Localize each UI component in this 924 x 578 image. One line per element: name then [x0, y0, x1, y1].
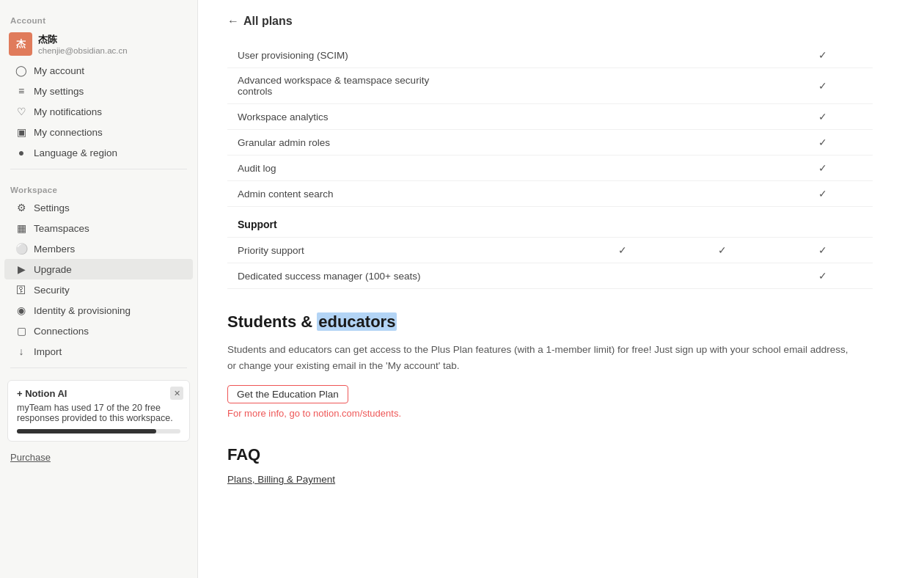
table-row: User provisioning (SCIM) ✓: [227, 43, 873, 68]
sidebar-item-security[interactable]: ⚿ Security: [4, 279, 193, 300]
support-section-header: Support: [227, 207, 873, 238]
bell-icon: ♡: [15, 105, 28, 118]
sidebar-item-identity-provisioning[interactable]: ◉ Identity & provisioning: [4, 300, 193, 321]
students-desc: Students and educators can get access to…: [227, 342, 858, 373]
sidebar-item-import[interactable]: ↓ Import: [4, 341, 193, 362]
enterprise-check: ✓: [773, 43, 873, 68]
sidebar-item-language-region[interactable]: ● Language & region: [4, 142, 193, 163]
notion-ai-box: ✕ + Notion AI myTeam has used 17 of the …: [7, 380, 190, 442]
enterprise-check: ✓: [773, 156, 873, 181]
sidebar-item-members[interactable]: ⚪ Members: [4, 238, 193, 259]
user-profile[interactable]: 杰 杰陈 chenjie@obsidian.ac.cn: [0, 28, 197, 60]
user-email: chenjie@obsidian.ac.cn: [38, 46, 128, 55]
download-icon: ↓: [15, 345, 28, 358]
feature-label: Admin content search: [227, 181, 472, 207]
table-row: Workspace analytics ✓: [227, 104, 873, 130]
divider-1: [10, 169, 187, 169]
purchase-link[interactable]: Purchase: [0, 447, 197, 467]
sidebar-item-upgrade[interactable]: ▶ Upgrade: [4, 259, 193, 279]
back-arrow-icon: ←: [227, 15, 239, 28]
enterprise-check: ✓: [773, 181, 873, 207]
support-label: Support: [227, 207, 472, 238]
enterprise-check: ✓: [773, 104, 873, 130]
people-icon: ⚪: [15, 242, 28, 255]
students-title-plain: Students &: [227, 312, 317, 331]
section-workspace-label: Workspace: [0, 175, 197, 197]
sliders-icon: ≡: [15, 84, 28, 98]
upgrade-icon: ▶: [15, 263, 28, 276]
person-icon: ◯: [15, 64, 28, 77]
sidebar-item-my-connections[interactable]: ▣ My connections: [4, 122, 193, 142]
section-account-label: Account: [0, 6, 197, 28]
sidebar: Account 杰 杰陈 chenjie@obsidian.ac.cn ◯ My…: [0, 0, 198, 578]
feature-label: Priority support: [227, 238, 472, 263]
feature-label: Granular admin roles: [227, 130, 472, 156]
enterprise-check: ✓: [773, 130, 873, 156]
progress-bar-bg: [17, 429, 180, 434]
table-row: Granular admin roles ✓: [227, 130, 873, 156]
table-row: Advanced workspace & teamspace security …: [227, 68, 873, 104]
plans-table: User provisioning (SCIM) ✓ Advanced work…: [227, 43, 873, 289]
shield-icon: ◉: [15, 304, 28, 317]
notion-ai-close-button[interactable]: ✕: [170, 387, 183, 400]
students-section: Students & educators Students and educat…: [227, 312, 873, 419]
sidebar-item-connections[interactable]: ▢ Connections: [4, 321, 193, 341]
sidebar-item-my-settings[interactable]: ≡ My settings: [4, 81, 193, 101]
feature-label: Workspace analytics: [227, 104, 472, 130]
feature-label: Dedicated success manager (100+ seats): [227, 263, 472, 289]
progress-bar-fill: [17, 429, 156, 434]
main-content: ← All plans User provisioning (SCIM) ✓ A…: [198, 0, 924, 578]
divider-2: [10, 367, 187, 368]
table-row: Admin content search ✓: [227, 181, 873, 207]
table-row: Dedicated success manager (100+ seats) ✓: [227, 263, 873, 289]
table-row: Audit log ✓: [227, 156, 873, 181]
gear-icon: ⚙: [15, 201, 28, 214]
back-link[interactable]: ← All plans: [227, 15, 873, 28]
notion-ai-title: + Notion AI: [17, 388, 180, 399]
globe-icon: ●: [15, 146, 28, 159]
students-title-highlight: educators: [317, 312, 397, 331]
feature-label: Audit log: [227, 156, 472, 181]
sidebar-item-my-account[interactable]: ◯ My account: [4, 60, 193, 81]
table-icon: ▦: [15, 222, 28, 235]
avatar: 杰: [9, 32, 32, 56]
faq-link[interactable]: Plans, Billing & Payment: [227, 474, 335, 485]
feature-label: User provisioning (SCIM): [227, 43, 472, 68]
notion-ai-desc: myTeam has used 17 of the 20 free respon…: [17, 403, 180, 423]
faq-section: FAQ Plans, Billing & Payment: [227, 445, 873, 485]
sidebar-item-settings[interactable]: ⚙ Settings: [4, 197, 193, 218]
more-info-link[interactable]: For more info, go to notion.com/students…: [227, 408, 873, 419]
feature-label: Advanced workspace & teamspace security …: [227, 68, 472, 104]
back-label: All plans: [243, 15, 293, 28]
key-icon: ⚿: [15, 283, 28, 296]
user-name: 杰陈: [38, 33, 128, 46]
table-row: Priority support ✓ ✓ ✓: [227, 238, 873, 263]
sidebar-item-teamspaces[interactable]: ▦ Teamspaces: [4, 218, 193, 238]
students-title: Students & educators: [227, 312, 873, 332]
sidebar-item-my-notifications[interactable]: ♡ My notifications: [4, 101, 193, 122]
user-info: 杰陈 chenjie@obsidian.ac.cn: [38, 33, 128, 55]
apps-icon: ▢: [15, 324, 28, 337]
enterprise-check: ✓: [773, 68, 873, 104]
faq-title: FAQ: [227, 445, 873, 464]
grid-icon: ▣: [15, 125, 28, 139]
edu-plan-link[interactable]: Get the Education Plan: [227, 385, 348, 403]
